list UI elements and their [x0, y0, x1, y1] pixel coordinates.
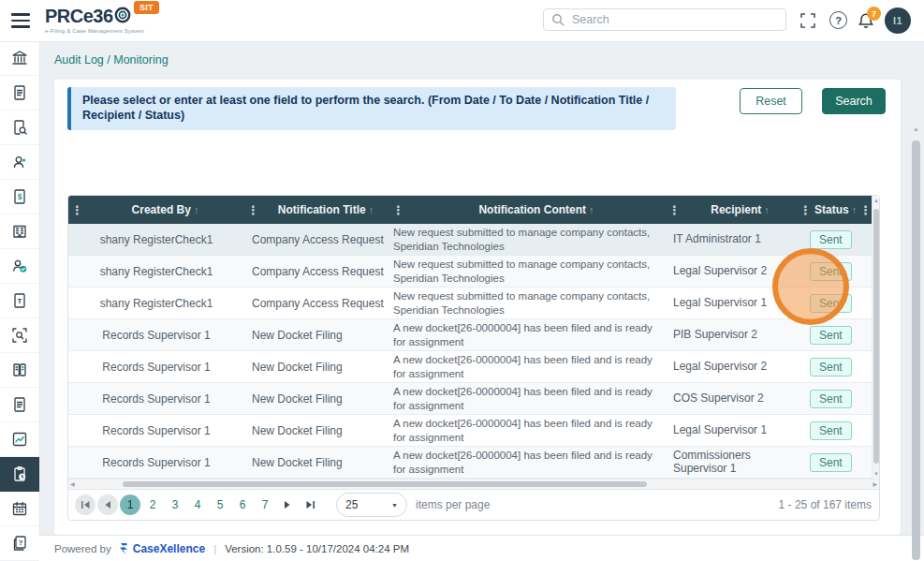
status-badge: Sent	[810, 453, 852, 472]
footer: Powered by CaseXellence | Version: 1.0.5…	[39, 535, 924, 561]
avatar[interactable]: I1	[885, 7, 911, 34]
company-icon	[10, 222, 29, 241]
page-button-1[interactable]: 1	[120, 495, 140, 515]
sidebar-item-users[interactable]	[0, 145, 39, 180]
last-page-button[interactable]	[300, 495, 320, 515]
table-row[interactable]: shany RegisterCheck1 Company Access Requ…	[68, 288, 872, 319]
sidebar-item-calendar[interactable]	[0, 492, 39, 526]
sidebar-item-help-doc[interactable]: ?	[0, 526, 39, 561]
cell-notification-title: New Docket Filing	[244, 392, 389, 406]
divider: |	[213, 543, 216, 554]
column-label: Notification Content	[478, 203, 586, 216]
sidebar-item-document-search[interactable]	[0, 111, 39, 145]
kebab-menu-icon[interactable]: ⋮	[389, 204, 407, 216]
cell-notification-title: Company Access Request	[244, 297, 389, 310]
search-button[interactable]: Search	[822, 88, 886, 114]
cell-notification-content: New request submitted to manage company …	[389, 289, 666, 317]
sort-asc-icon: ↑	[194, 204, 199, 215]
table-row[interactable]: shany RegisterCheck1 Company Access Requ…	[68, 256, 872, 288]
table-row[interactable]: Records Supervisor 1 New Docket Filing A…	[68, 415, 872, 447]
scrollbar-thumb[interactable]	[912, 140, 920, 560]
sidebar-item-institution[interactable]	[0, 41, 39, 76]
sidebar-item-document[interactable]	[0, 76, 39, 111]
table-row[interactable]: shany RegisterCheck1 Company Access Requ…	[68, 224, 872, 256]
calendar-icon	[10, 499, 29, 518]
prev-page-button[interactable]	[97, 495, 118, 515]
kebab-menu-icon[interactable]: ⋮	[666, 204, 683, 216]
table-row[interactable]: Records Supervisor 1 New Docket Filing A…	[68, 447, 872, 479]
sidebar-item-form[interactable]: T	[0, 284, 39, 318]
sidebar-item-audit-log[interactable]	[0, 457, 39, 492]
kebab-menu-icon[interactable]: ⋮	[244, 204, 262, 216]
page-button-5[interactable]: 5	[210, 495, 230, 515]
scroll-up-icon[interactable]: ▲	[873, 197, 880, 204]
status-badge: Sent	[810, 262, 852, 281]
column-notification-content: ⋮ Notification Content↑	[389, 196, 666, 224]
sidebar-item-scan-search[interactable]	[0, 318, 39, 353]
app-logo[interactable]: PRCe36 e-Filing & Case Management System	[45, 5, 144, 34]
user-check-icon	[10, 257, 29, 275]
sidebar-item-company[interactable]	[0, 214, 39, 249]
next-page-button[interactable]	[277, 495, 298, 515]
sidebar-item-analytics[interactable]	[0, 422, 39, 457]
page-button-2[interactable]: 2	[142, 495, 163, 515]
table-horizontal-scrollbar[interactable]: ◀ ▶	[68, 479, 879, 489]
status-badge: Sent	[810, 230, 852, 249]
sort-asc-icon: ↑	[764, 204, 770, 215]
sort-asc-icon: ↑	[589, 204, 594, 215]
notifications-count-badge: 7	[867, 7, 881, 21]
page-scrollbar[interactable]: ▲	[911, 125, 921, 561]
menu-icon[interactable]	[11, 13, 30, 28]
reset-button[interactable]: Reset	[740, 88, 802, 114]
cell-status: Sent	[797, 358, 872, 376]
sidebar-item-invoice[interactable]: $	[0, 180, 39, 214]
cell-notification-content: A new docket[26-0000004] has been filed …	[389, 449, 666, 476]
status-badge: Sent	[810, 421, 852, 440]
table-row[interactable]: Records Supervisor 1 New Docket Filing A…	[68, 351, 872, 383]
kebab-menu-icon[interactable]: ⋮	[857, 204, 872, 216]
scroll-up-icon[interactable]: ▲	[911, 125, 921, 132]
help-icon[interactable]: ?	[829, 11, 847, 29]
table-row[interactable]: Records Supervisor 1 New Docket Filing A…	[68, 383, 872, 415]
table-vertical-scrollbar[interactable]: ▲ ▼	[872, 196, 879, 479]
scroll-right-icon[interactable]: ▶	[873, 480, 877, 489]
sidebar-item-file[interactable]	[0, 388, 39, 422]
scrollbar-thumb[interactable]	[873, 209, 879, 464]
version-label: Version: 1.0.59 - 10/17/2024 04:24 PM	[225, 543, 409, 554]
sidebar-nav: $T?	[0, 41, 40, 561]
help-doc-icon: ?	[10, 534, 29, 553]
page-size-select[interactable]: 25 ▼	[336, 493, 407, 517]
cell-recipient: Legal Supervisor 2	[666, 265, 797, 278]
column-label: Status	[814, 203, 849, 216]
scroll-down-icon[interactable]: ▼	[873, 470, 880, 478]
status-badge: Sent	[810, 326, 852, 345]
kebab-menu-icon[interactable]: ⋮	[68, 204, 86, 216]
casexellence-brand[interactable]: CaseXellence	[133, 542, 205, 555]
page-button-7[interactable]: 7	[255, 495, 275, 515]
logo-zero-icon	[114, 7, 131, 27]
page-button-6[interactable]: 6	[232, 495, 253, 515]
powered-by-label: Powered by	[54, 543, 111, 554]
sidebar-item-user-check[interactable]	[0, 249, 39, 284]
table-row[interactable]: Records Supervisor 1 New Docket Filing A…	[68, 319, 872, 351]
kebab-menu-icon[interactable]: ⋮	[797, 204, 814, 216]
environment-badge: SIT	[134, 1, 159, 14]
search-input[interactable]	[570, 12, 785, 27]
cell-notification-content: New request submitted to manage company …	[389, 258, 666, 285]
global-search[interactable]	[543, 8, 786, 31]
cell-status: Sent	[797, 326, 872, 345]
column-label: Notification Title	[278, 203, 366, 216]
scroll-left-icon[interactable]: ◀	[70, 480, 75, 489]
cell-recipient: Legal Supervisor 1	[666, 297, 797, 310]
notifications-bell-icon[interactable]: 7	[858, 12, 874, 29]
grid-header: ⋮ Created By↑ ⋮ Notification Title↑ ⋮ No…	[68, 196, 872, 224]
sidebar-item-ledger[interactable]	[0, 353, 39, 388]
cell-created-by: Records Supervisor 1	[68, 424, 244, 437]
cell-recipient: Legal Supervisor 1	[666, 424, 797, 437]
scrollbar-thumb[interactable]	[123, 481, 647, 487]
fullscreen-icon[interactable]	[800, 13, 815, 28]
page-button-3[interactable]: 3	[165, 495, 185, 515]
first-page-button[interactable]	[75, 495, 95, 515]
logo-subtitle: e-Filing & Case Management System	[45, 28, 144, 34]
page-button-4[interactable]: 4	[187, 495, 208, 515]
